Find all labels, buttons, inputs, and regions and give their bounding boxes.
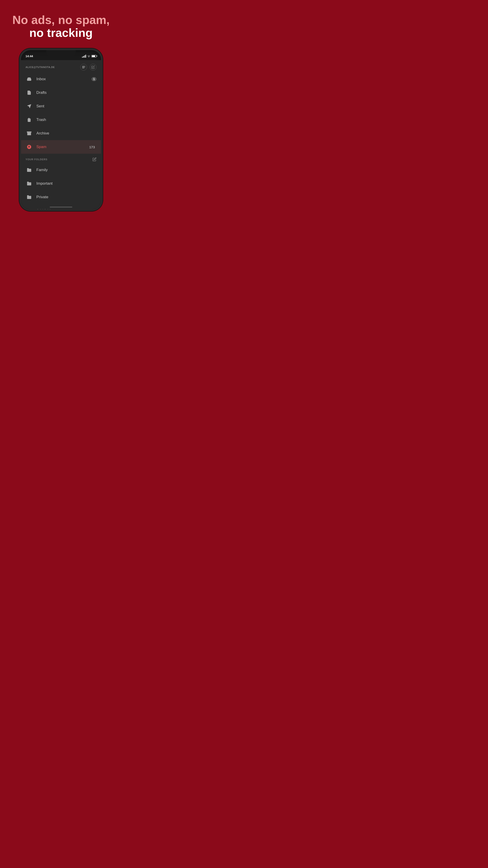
spam-label: Spam (36, 145, 88, 149)
archive-label: Archive (36, 131, 96, 135)
important-folder-icon (26, 180, 33, 187)
folders-section-title: YOUR FOLDERS (26, 158, 47, 161)
sent-icon (26, 103, 33, 110)
account-header: ALICE@TUTANOTA.DE (21, 60, 101, 72)
spam-badge: 173 (88, 145, 96, 149)
svg-point-3 (85, 66, 85, 67)
status-time: 14:44 (26, 55, 33, 58)
mailbox-nav: Inbox 1 Drafts (21, 72, 101, 154)
compose-button[interactable] (90, 64, 96, 70)
family-folder-icon (26, 166, 33, 174)
family-label: Family (36, 168, 96, 172)
edit-folders-icon[interactable] (92, 157, 96, 161)
important-label: Important (36, 181, 96, 186)
nav-item-drafts[interactable]: Drafts (21, 86, 101, 99)
phone-notch (46, 50, 76, 57)
nav-item-trash[interactable]: Trash (21, 113, 101, 127)
svg-marker-8 (27, 104, 31, 108)
private-label: Private (36, 195, 96, 199)
nav-item-sent[interactable]: Sent (21, 99, 101, 113)
phone-mockup: 14:44 (19, 49, 103, 211)
home-indicator (50, 207, 72, 208)
folders-list: Family Important (21, 163, 101, 204)
drafts-icon (26, 89, 33, 96)
header-actions (80, 64, 96, 70)
add-folder-plus-icon: + (26, 207, 33, 209)
nav-item-inbox[interactable]: Inbox 1 (21, 72, 101, 86)
archive-icon (26, 130, 33, 137)
folder-item-family[interactable]: Family (21, 163, 101, 177)
multiselect-button[interactable] (80, 64, 87, 70)
inbox-icon (26, 75, 33, 83)
status-icons (82, 55, 96, 58)
svg-rect-2 (82, 68, 84, 68)
account-email: ALICE@TUTANOTA.DE (26, 66, 55, 68)
svg-rect-1 (82, 67, 84, 67)
hero-line2: no tracking (7, 26, 115, 39)
inbox-label: Inbox (36, 77, 92, 81)
trash-icon (26, 116, 33, 123)
private-folder-icon (26, 193, 33, 201)
wifi-icon (87, 55, 90, 58)
spam-icon (26, 143, 33, 151)
svg-rect-11 (27, 131, 31, 133)
nav-item-spam[interactable]: Spam 173 (21, 140, 101, 154)
nav-item-archive[interactable]: Archive (21, 127, 101, 140)
signal-bars-icon (82, 55, 86, 58)
compose-icon (91, 65, 95, 69)
hero-section: No ads, no spam, no tracking (0, 0, 122, 46)
drafts-label: Drafts (36, 90, 96, 95)
svg-point-4 (85, 67, 85, 68)
screen-content: ALICE@TUTANOTA.DE (21, 60, 101, 209)
trash-label: Trash (36, 118, 96, 122)
hero-line1: No ads, no spam, (7, 13, 115, 26)
phone-frame: 14:44 (19, 49, 103, 211)
folders-section-header: YOUR FOLDERS (21, 154, 101, 163)
multiselect-icon (82, 65, 86, 69)
inbox-badge: 1 (92, 77, 96, 81)
battery-icon (92, 55, 96, 57)
folder-item-important[interactable]: Important (21, 177, 101, 190)
folder-item-private[interactable]: Private (21, 190, 101, 204)
sent-label: Sent (36, 104, 96, 108)
add-folder-label: Add folder (36, 209, 54, 209)
